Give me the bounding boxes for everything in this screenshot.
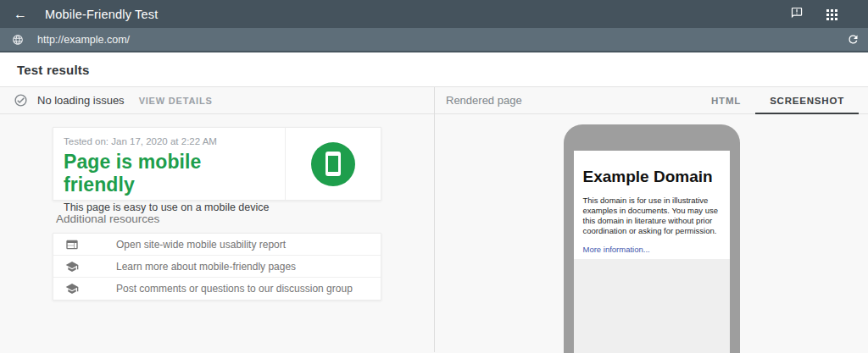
check-circle-icon [14, 93, 28, 108]
main-content: No loading issues VIEW DETAILS Tested on… [0, 87, 868, 352]
loading-status-row: No loading issues VIEW DETAILS [0, 87, 434, 114]
url-bar: http://example.com/ [0, 28, 868, 52]
rendered-page-content: Example Domain This domain is for use in… [574, 151, 730, 259]
rendered-page-panel: Rendered page HTML SCREENSHOT Example Do… [435, 87, 868, 352]
school-icon [65, 282, 79, 295]
resource-item-label: Open site-wide mobile usability report [116, 239, 286, 251]
feedback-icon[interactable] [790, 6, 804, 23]
rendered-page-body: This domain is for use in illustrative e… [583, 196, 721, 236]
url-input[interactable]: http://example.com/ [37, 34, 847, 46]
globe-icon [12, 34, 24, 46]
view-details-link[interactable]: VIEW DETAILS [139, 96, 213, 106]
green-circle-badge [311, 142, 355, 186]
verdict-description: This page is easy to use on a mobile dev… [64, 201, 275, 213]
phone-screen: Example Domain This domain is for use in… [574, 151, 730, 353]
tab-html[interactable]: HTML [697, 87, 755, 114]
resource-item-label: Learn more about mobile-friendly pages [116, 261, 296, 273]
resource-item-usability-report[interactable]: Open site-wide mobile usability report [53, 234, 381, 256]
tab-screenshot[interactable]: SCREENSHOT [755, 87, 859, 114]
screenshot-preview-area: Example Domain This domain is for use in… [435, 114, 868, 352]
resources-section-title: Additional resources [56, 212, 434, 225]
result-card: Tested on: Jan 17, 2020 at 2:22 AM Page … [53, 127, 381, 201]
loading-status-label: No loading issues [37, 94, 125, 107]
verdict-heading: Page is mobile friendly [64, 151, 275, 196]
rendered-page-title: Rendered page [446, 94, 697, 107]
verdict-badge [285, 128, 381, 200]
result-card-text: Tested on: Jan 17, 2020 at 2:22 AM Page … [53, 128, 285, 200]
app-header: ← Mobile-Friendly Test [0, 0, 868, 28]
resource-item-label: Post comments or questions to our discus… [116, 283, 353, 295]
back-arrow-icon[interactable]: ← [14, 7, 31, 22]
resources-card: Open site-wide mobile usability report L… [53, 233, 381, 301]
smartphone-icon [326, 152, 341, 176]
resource-item-discussion-group[interactable]: Post comments or questions to our discus… [53, 278, 381, 300]
results-bar: Test results [0, 52, 868, 87]
rendered-page-header: Rendered page HTML SCREENSHOT [435, 87, 868, 114]
tested-on-timestamp: Tested on: Jan 17, 2020 at 2:22 AM [64, 136, 275, 146]
more-information-link[interactable]: More information... [583, 245, 650, 254]
app-title: Mobile-Friendly Test [45, 8, 158, 21]
phone-mockup: Example Domain This domain is for use in… [564, 124, 740, 353]
school-icon [65, 260, 79, 273]
resource-item-learn-more[interactable]: Learn more about mobile-friendly pages [53, 256, 381, 278]
web-icon [65, 238, 79, 251]
reload-icon[interactable] [847, 33, 860, 46]
test-results-panel: No loading issues VIEW DETAILS Tested on… [0, 87, 435, 352]
rendered-page-heading: Example Domain [583, 168, 721, 186]
apps-grid-icon[interactable] [826, 8, 837, 20]
page-title: Test results [17, 63, 90, 77]
